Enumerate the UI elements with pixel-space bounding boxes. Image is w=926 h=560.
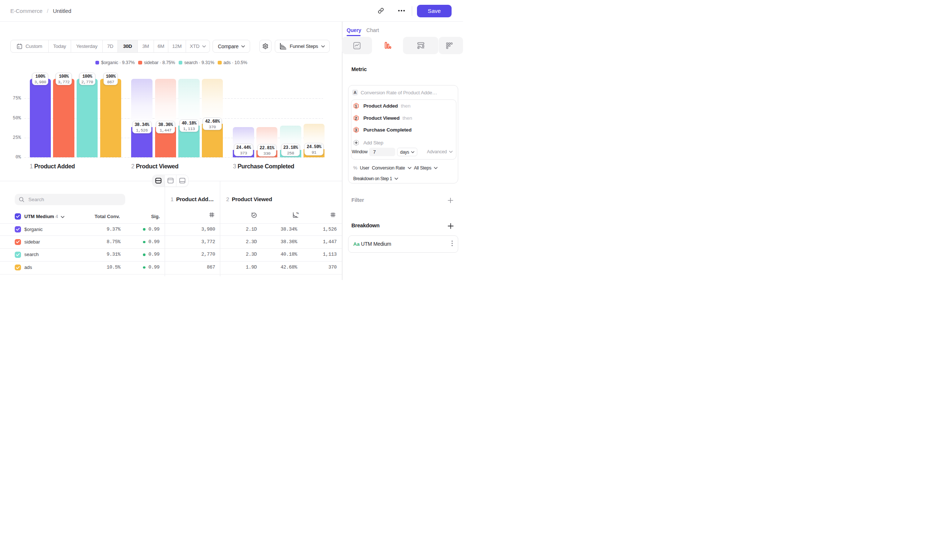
svg-text:%: %: [296, 212, 299, 215]
